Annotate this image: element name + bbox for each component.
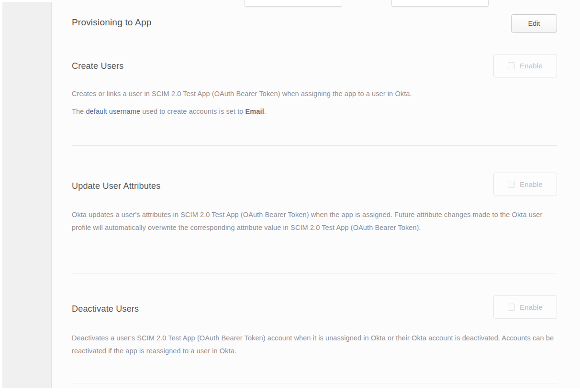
enable-label: Enable <box>520 180 543 188</box>
enable-label: Enable <box>520 62 543 70</box>
create-users-username-note: The default username used to create acco… <box>72 105 560 118</box>
enable-toggle-create-users[interactable]: Enable <box>493 54 557 77</box>
section-title-deactivate-users: Deactivate Users <box>72 304 139 314</box>
provisioning-settings-page: Provisioning to App Edit Create Users En… <box>0 0 580 392</box>
section-divider <box>72 383 557 383</box>
deactivate-users-description: Deactivates a user's SCIM 2.0 Test App (… <box>72 332 560 358</box>
create-users-description: Creates or links a user in SCIM 2.0 Test… <box>72 87 560 100</box>
settings-sidebar <box>2 2 51 388</box>
default-username-link[interactable]: default username <box>86 108 140 115</box>
enable-toggle-deactivate-users[interactable]: Enable <box>493 295 557 319</box>
username-note-middle: used to create accounts is set to <box>140 108 245 115</box>
truncated-field-left[interactable] <box>245 0 342 7</box>
truncated-field-right[interactable] <box>391 0 489 7</box>
username-note-prefix: The <box>72 108 86 115</box>
section-title-create-users: Create Users <box>72 61 123 71</box>
enable-toggle-update-user-attributes[interactable]: Enable <box>493 173 557 196</box>
username-note-suffix: . <box>264 108 266 115</box>
enable-checkbox-deactivate-users[interactable] <box>508 304 515 311</box>
provisioning-panel: Provisioning to App Edit Create Users En… <box>52 0 580 388</box>
section-title-update-user-attributes: Update User Attributes <box>72 181 161 191</box>
enable-checkbox-create-users[interactable] <box>508 62 515 69</box>
page-title: Provisioning to App <box>72 17 151 28</box>
section-divider <box>72 145 557 146</box>
enable-checkbox-update-user-attributes[interactable] <box>508 181 515 188</box>
enable-label: Enable <box>520 303 543 311</box>
edit-button[interactable]: Edit <box>511 14 557 33</box>
section-divider <box>72 273 557 273</box>
username-note-value: Email <box>245 108 264 115</box>
update-user-attributes-description: Okta updates a user's attributes in SCIM… <box>72 208 560 234</box>
